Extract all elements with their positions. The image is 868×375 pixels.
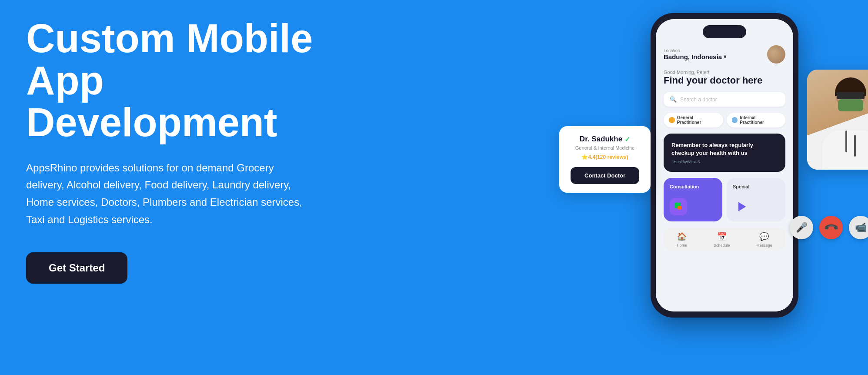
- bottom-nav: 🏠 Home 📅 Schedule 💬 Message: [664, 228, 785, 250]
- doctor-card: Dr. Sadukhe ✓ General & Internal Medicin…: [559, 126, 651, 193]
- search-bar[interactable]: 🔍 Search a doctor: [664, 92, 785, 107]
- health-card: Remember to always regularly checkup you…: [664, 134, 785, 172]
- doctor-rating: ⭐4.4(120 reviews): [571, 154, 639, 160]
- dynamic-island: [703, 25, 746, 38]
- verified-icon: ✓: [624, 135, 630, 144]
- phone-screen: Location Badung, Indonesia ∨ Good Mornin…: [656, 19, 793, 311]
- video-bg: [807, 70, 868, 170]
- get-started-button[interactable]: Get Started: [26, 252, 127, 284]
- location-label: Location: [664, 48, 727, 53]
- nav-schedule[interactable]: 📅 Schedule: [714, 232, 730, 248]
- end-call-icon: 📞: [823, 219, 839, 235]
- mute-button[interactable]: 🎤: [790, 216, 813, 239]
- contact-doctor-button[interactable]: Contact Doctor: [571, 167, 639, 184]
- home-icon: 🏠: [677, 232, 687, 241]
- video-button[interactable]: 📹: [849, 216, 868, 239]
- greeting-section: Good Morning, Peter! Find your doctor he…: [664, 70, 785, 86]
- consultation-icon: [670, 198, 687, 215]
- special-icon: [733, 198, 750, 215]
- location-info: Location Badung, Indonesia ∨: [664, 48, 727, 60]
- screen-content: Location Badung, Indonesia ∨ Good Mornin…: [656, 19, 793, 311]
- hero-section: Custom Mobile App Development AppsRhino …: [26, 17, 322, 284]
- greeting-large: Find your doctor here: [664, 75, 785, 86]
- nav-home[interactable]: 🏠 Home: [677, 232, 687, 248]
- hero-subtitle: AppsRhino provides solutions for on dema…: [26, 159, 304, 228]
- location-name: Badung, Indonesia ∨: [664, 53, 727, 60]
- message-icon: 💬: [759, 232, 769, 241]
- category-chips: General Practitioner Internal Practition…: [664, 113, 785, 127]
- video-call-card: [807, 70, 868, 170]
- greeting-small: Good Morning, Peter!: [664, 70, 785, 75]
- phone-frame: Location Badung, Indonesia ∨ Good Mornin…: [651, 13, 798, 318]
- mute-icon: 🎤: [796, 222, 808, 233]
- service-cards: Consultation Special: [664, 178, 785, 221]
- consultation-card[interactable]: Consultation: [664, 178, 722, 221]
- call-controls: 🎤 📞 📹: [790, 216, 868, 239]
- svg-marker-2: [738, 202, 746, 211]
- chevron-down-icon: ∨: [723, 54, 727, 60]
- avatar-image: [767, 45, 785, 64]
- chip-general-practitioner[interactable]: General Practitioner: [664, 113, 723, 127]
- search-icon: 🔍: [670, 96, 677, 103]
- location-bar: Location Badung, Indonesia ∨: [664, 45, 785, 64]
- consultation-label: Consultation: [670, 184, 716, 189]
- avatar: [767, 45, 785, 64]
- nav-message[interactable]: 💬 Message: [756, 232, 772, 248]
- gp-icon: [669, 117, 675, 123]
- special-card[interactable]: Special: [727, 178, 785, 221]
- hero-title: Custom Mobile App Development: [26, 17, 322, 144]
- chip-internal-practitioner[interactable]: Internal Practitioner: [727, 113, 785, 127]
- phone-mockup: Dr. Sadukhe ✓ General & Internal Medicin…: [651, 13, 798, 318]
- search-placeholder: Search a doctor: [680, 97, 717, 103]
- schedule-icon: 📅: [717, 232, 727, 241]
- doctor-specialty: General & Internal Medicine: [571, 145, 639, 151]
- doctor-name: Dr. Sadukhe ✓: [571, 135, 639, 144]
- ip-icon: [732, 117, 738, 123]
- special-label: Special: [733, 184, 779, 189]
- health-card-tag: #HealthyWithUS: [671, 160, 778, 164]
- health-card-title: Remember to always regularly checkup you…: [671, 141, 778, 157]
- video-icon: 📹: [855, 222, 867, 233]
- svg-rect-1: [678, 206, 681, 210]
- end-call-button[interactable]: 📞: [819, 216, 843, 239]
